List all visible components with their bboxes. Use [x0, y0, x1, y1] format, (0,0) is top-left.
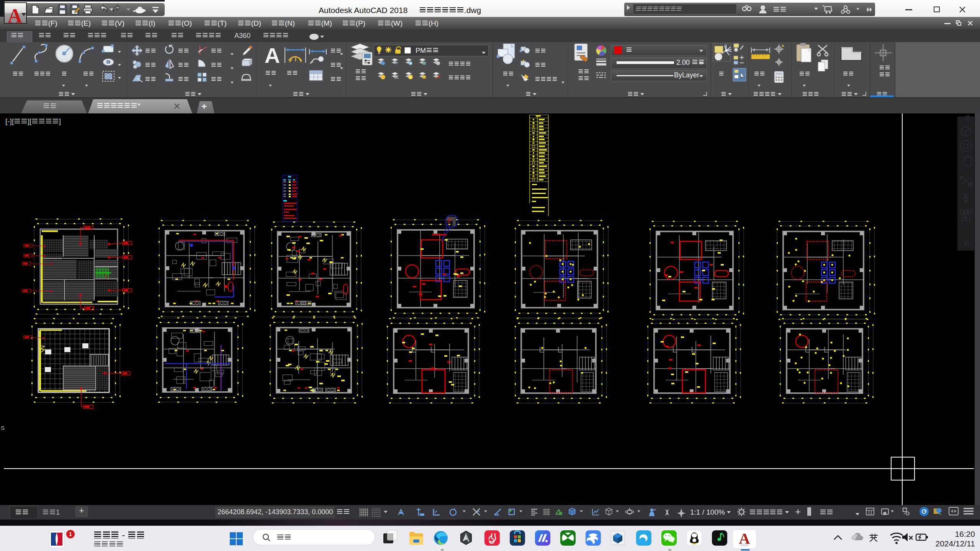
svg-text:S: S: [1, 425, 5, 431]
